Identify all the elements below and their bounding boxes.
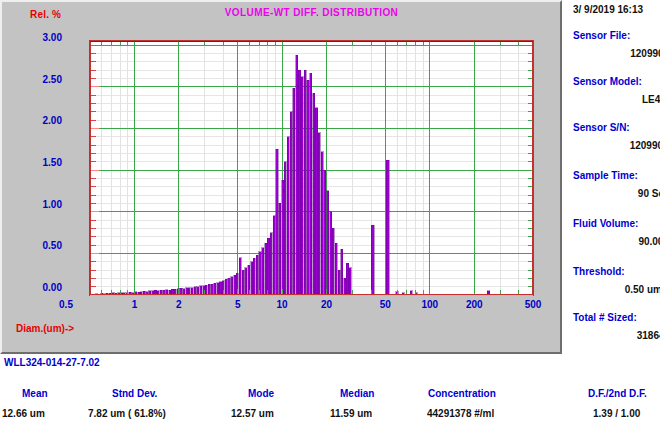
histogram-bar bbox=[191, 288, 193, 295]
histogram-bar bbox=[315, 108, 317, 295]
field-value: 90.00 ml bbox=[638, 236, 660, 247]
field-value: 1209903 bbox=[630, 140, 660, 151]
histogram-bar bbox=[245, 268, 247, 295]
histogram-bar bbox=[293, 88, 295, 295]
histogram-bar bbox=[217, 283, 219, 295]
histogram-bar bbox=[174, 289, 176, 295]
field-value: 318643 bbox=[637, 330, 660, 341]
histogram-bar bbox=[318, 133, 320, 295]
histogram-bar bbox=[386, 160, 389, 295]
field-value: LE400-05 SUM bbox=[642, 94, 660, 105]
histogram-bar bbox=[346, 263, 348, 295]
x-tick-label: 500 bbox=[513, 299, 553, 310]
sidebar-field-threshold: Threshold: 0.50 um bbox=[573, 266, 659, 277]
histogram-bar bbox=[287, 137, 289, 295]
sidebar-field-total-sized: Total # Sized: 318643 bbox=[573, 312, 659, 323]
histogram-bar bbox=[321, 152, 323, 295]
histogram-bar bbox=[180, 288, 182, 295]
sidebar-field-sensor-model: Sensor Model: LE400-05 SUM bbox=[573, 76, 659, 87]
field-label: Threshold: bbox=[573, 266, 625, 277]
sidebar-field-fluid-volume: Fluid Volume: 90.00 ml bbox=[573, 218, 659, 229]
stat-header-concentration: Concentration bbox=[428, 388, 496, 399]
stat-value-mean: 12.66 um bbox=[2, 408, 45, 419]
distribution-chart-panel: Rel. % VOLUME-WT DIFF. DISTRIBUTION 3.00… bbox=[0, 0, 562, 354]
histogram-bar bbox=[194, 287, 196, 295]
datetime-stamp: 3/ 9/2019 16:13 bbox=[573, 4, 643, 15]
x-axis-title: Diam.(um)-> bbox=[16, 323, 74, 334]
histogram-bar bbox=[371, 225, 374, 295]
histogram-bar bbox=[296, 55, 298, 295]
stat-header-stnd-dev: Stnd Dev. bbox=[112, 388, 157, 399]
field-value: 90 Sec bbox=[638, 188, 660, 199]
y-tick-label: 2.00 bbox=[16, 115, 62, 126]
y-tick-label: 1.50 bbox=[16, 157, 62, 168]
histogram-bar bbox=[253, 258, 255, 295]
histogram-bar bbox=[282, 180, 284, 295]
field-label: Sensor Model: bbox=[573, 76, 642, 87]
field-value: 1209903_071018S.SNS bbox=[630, 48, 660, 59]
histogram-bar bbox=[208, 284, 210, 295]
field-label: Sample Time: bbox=[573, 170, 638, 181]
y-tick-label: 0.00 bbox=[16, 282, 62, 293]
histogram-bar bbox=[197, 287, 199, 295]
y-tick-label: 0.50 bbox=[16, 240, 62, 251]
field-value: 0.50 um bbox=[625, 284, 660, 295]
histogram-bar bbox=[166, 290, 168, 295]
stat-value-concentration: 44291378 #/ml bbox=[427, 408, 494, 419]
histogram-bar bbox=[225, 279, 227, 295]
sidebar-field-sensor-file: Sensor File: 1209903_071018S.SNS bbox=[573, 30, 659, 41]
stat-value-median: 11.59 um bbox=[330, 408, 372, 419]
histogram-bar bbox=[251, 262, 253, 295]
x-tick-label: 200 bbox=[454, 299, 494, 310]
y-tick-label: 3.00 bbox=[16, 32, 62, 43]
histogram-bar bbox=[265, 243, 267, 295]
y-tick-label: 2.50 bbox=[16, 74, 62, 85]
histogram-bar bbox=[327, 191, 329, 295]
histogram-bar bbox=[313, 93, 315, 295]
histogram-bar bbox=[307, 80, 309, 295]
histogram-bar bbox=[341, 249, 343, 295]
x-tick-label: 2 bbox=[159, 299, 199, 310]
histogram-bar bbox=[349, 268, 351, 295]
sample-id: WLL324-014-27-7.02 bbox=[4, 357, 100, 368]
stat-header-median: Median bbox=[340, 388, 374, 399]
histogram-bar bbox=[228, 278, 230, 295]
x-tick-label: 0.5 bbox=[46, 299, 86, 310]
histogram-bar bbox=[324, 170, 326, 295]
histogram-bar bbox=[183, 289, 185, 295]
histogram-bar bbox=[205, 285, 207, 295]
histogram-bar bbox=[290, 112, 292, 295]
histogram-bar bbox=[335, 243, 337, 295]
histogram-bar bbox=[330, 212, 332, 295]
histogram-bar bbox=[188, 288, 190, 295]
stat-header-mean: Mean bbox=[22, 388, 48, 399]
x-tick-label: 20 bbox=[307, 299, 347, 310]
histogram-bar bbox=[256, 255, 258, 295]
sidebar-field-sensor-sn: Sensor S/N: 1209903 bbox=[573, 122, 659, 133]
histogram-bar bbox=[267, 238, 269, 295]
histogram-bar bbox=[203, 286, 205, 295]
field-label: Fluid Volume: bbox=[573, 218, 638, 229]
histogram-bar bbox=[332, 228, 334, 295]
histogram-bar bbox=[304, 70, 306, 295]
stat-value-stnd-dev: 7.82 um ( 61.8%) bbox=[88, 408, 166, 419]
histogram-bar bbox=[276, 149, 278, 295]
histogram-bar bbox=[262, 248, 264, 295]
field-label: Sensor S/N: bbox=[573, 122, 630, 133]
histogram-bar bbox=[273, 216, 275, 295]
histogram-bar bbox=[234, 275, 236, 295]
stat-header-df-2nd-df: D.F./2nd D.F. bbox=[588, 388, 647, 399]
histogram-bar bbox=[200, 286, 202, 295]
field-label: Total # Sized: bbox=[573, 312, 637, 323]
sidebar-field-sample-time: Sample Time: 90 Sec bbox=[573, 170, 659, 181]
histogram-bar bbox=[310, 73, 312, 295]
x-tick-label: 5 bbox=[218, 299, 258, 310]
histogram-bar bbox=[231, 277, 233, 295]
histogram-bar bbox=[284, 162, 286, 295]
histogram-bar bbox=[242, 270, 244, 295]
stat-value-mode: 12.57 um bbox=[231, 408, 274, 419]
histogram-bar bbox=[279, 203, 281, 295]
histogram-bar bbox=[270, 233, 272, 295]
histogram-bar bbox=[171, 289, 173, 295]
x-tick-label: 1 bbox=[114, 299, 154, 310]
